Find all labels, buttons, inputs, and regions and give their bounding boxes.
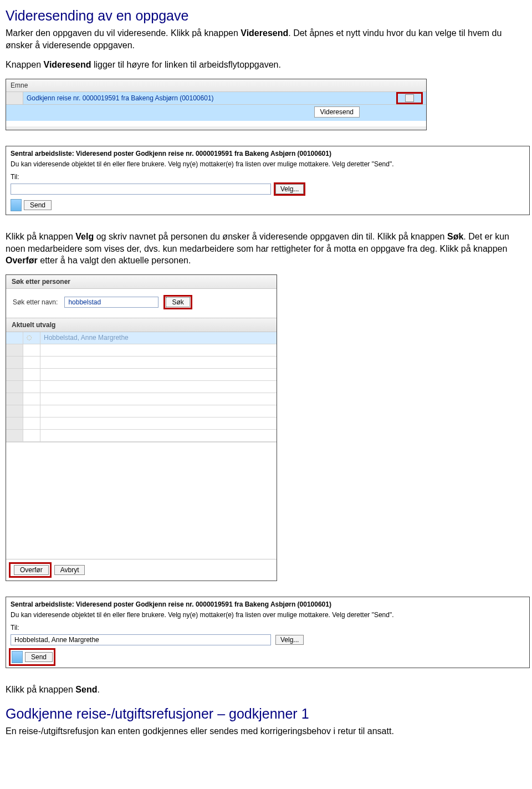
text: Marker den oppgaven du vil videresende. … — [6, 28, 241, 38]
dialog-description: Du kan videresende objektet til én eller… — [11, 160, 525, 169]
sok-highlight: Søk — [165, 297, 190, 308]
screenshot-search-persons: Søk etter personer Søk etter navn: Søk A… — [6, 274, 277, 581]
text: . — [97, 685, 99, 694]
bold-velg: Velg — [75, 232, 94, 241]
screenshot-forward-dialog-empty: Sentral arbeidsliste: Videresend poster … — [6, 146, 530, 215]
dialog-heading: Sentral arbeidsliste: Videresend poster … — [11, 150, 525, 157]
bold-videresend: Videresend — [241, 28, 288, 38]
avbryt-button[interactable]: Avbryt — [54, 565, 85, 575]
results-grid: Hobbelstad, Anne Margrethe — [6, 332, 277, 442]
send-highlight: Send — [11, 650, 54, 664]
screenshot-task-list: Emne Godkjenn reise nr. 0000019591 fra B… — [6, 79, 427, 130]
section-subtitle: Godkjenne reise-/utgiftsrefusjoner – god… — [6, 706, 526, 722]
result-row[interactable]: Hobbelstad, Anne Margrethe — [40, 332, 277, 344]
sok-button[interactable]: Søk — [166, 297, 190, 307]
send-button[interactable]: Send — [25, 652, 53, 662]
send-indicator-icon — [12, 651, 23, 663]
overfor-button[interactable]: Overfør — [14, 565, 49, 575]
instruction-paragraph-4: Klikk på knappen Send. — [6, 684, 526, 696]
text: og skriv navnet på personen du ønsker å … — [94, 232, 447, 241]
results-header: Aktuelt utvalg — [6, 318, 277, 332]
intro-paragraph-2: Knappen Videresend ligger til høyre for … — [6, 59, 526, 71]
forward-icon-highlight — [396, 92, 423, 104]
selector-column — [6, 332, 23, 442]
row-selector-cell[interactable] — [6, 92, 23, 104]
velg-button[interactable]: Velg... — [275, 635, 304, 645]
forward-icon[interactable] — [405, 94, 414, 102]
til-input[interactable] — [11, 634, 271, 645]
bold-videresend: Videresend — [44, 60, 91, 69]
text: Klikk på knappen — [6, 685, 75, 694]
velg-button[interactable]: Velg... — [275, 184, 304, 194]
til-label: Til: — [11, 173, 525, 181]
screenshot-forward-dialog-filled: Sentral arbeidsliste: Videresend poster … — [6, 597, 530, 668]
name-column: Hobbelstad, Anne Margrethe — [40, 332, 277, 442]
text: ligger til høyre for linken til arbeidsf… — [91, 60, 280, 69]
section-paragraph: En reise-/utgiftsrefusjon kan enten godk… — [6, 725, 526, 737]
text: Klikk på knappen — [6, 232, 75, 241]
search-label: Søk etter navn: — [13, 298, 58, 306]
icon-column — [23, 332, 40, 442]
task-row[interactable]: Godkjenn reise nr. 0000019591 fra Bakeng… — [6, 92, 426, 105]
text: Knappen — [6, 60, 44, 69]
bold-overfor: Overfør — [6, 256, 38, 265]
person-icon — [27, 334, 32, 341]
til-input[interactable] — [11, 184, 271, 195]
column-header-emne: Emne — [6, 79, 426, 92]
send-indicator-icon — [11, 199, 22, 211]
overfor-highlight: Overfør — [11, 564, 50, 576]
task-link[interactable]: Godkjenn reise nr. 0000019591 fra Bakeng… — [23, 94, 396, 102]
search-input[interactable] — [64, 297, 158, 308]
bold-sok: Søk — [447, 232, 463, 241]
search-title-bar: Søk etter personer — [6, 275, 277, 289]
dialog-heading: Sentral arbeidsliste: Videresend poster … — [11, 600, 525, 608]
til-label: Til: — [11, 624, 525, 632]
velg-highlight: Velg... — [275, 184, 304, 194]
page-title: Videresending av en oppgave — [6, 8, 526, 24]
intro-paragraph-1: Marker den oppgaven du vil videresende. … — [6, 27, 526, 51]
instruction-paragraph-3: Klikk på knappen Velg og skriv navnet på… — [6, 231, 526, 267]
empty-area — [6, 442, 277, 559]
text: etter å ha valgt den aktuelle personen. — [38, 256, 191, 265]
dialog-description: Du kan videresende objektet til én eller… — [11, 610, 525, 619]
bold-send: Send — [75, 685, 97, 694]
send-button[interactable]: Send — [24, 200, 52, 210]
videresend-button[interactable]: Videresend — [314, 106, 360, 118]
